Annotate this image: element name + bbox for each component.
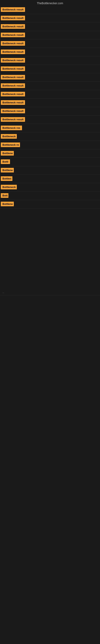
list-item: Bottlene [0,149,100,158]
list-item: Bottlene [0,200,100,208]
bottleneck-result-badge[interactable]: Bottleneck result [1,41,25,46]
list-item: Bottlen [0,175,100,183]
bottleneck-result-badge[interactable]: Bottleneck result [1,100,25,105]
bottleneck-result-badge[interactable]: Bottleneck result [1,117,25,122]
bottleneck-result-badge[interactable]: Bottleneck result [1,7,25,12]
bottleneck-result-badge[interactable]: Bottleneck result [1,66,25,71]
bottleneck-result-badge[interactable]: Bottleneck [1,134,17,139]
list-item: Bottleneck result [0,31,100,40]
site-title: TheBottlenecker.com [37,2,63,5]
list-item: Bottleneck result [0,14,100,22]
bottleneck-result-badge[interactable]: Bottleneck result [1,109,25,113]
list-item: Bottleneck result [0,107,100,116]
bottleneck-result-badge[interactable]: Bottlen [1,176,12,181]
bottleneck-result-badge[interactable]: Bottleneck result [1,50,25,54]
list-item: Bottleneck result [0,73,100,82]
bottleneck-result-badge[interactable]: Bottlene [1,168,14,172]
list-item: Bottleneck res [0,124,100,132]
list-item: Bottleneck [0,183,100,192]
list-item: Bottl [0,158,100,166]
list-item: Bottleneck result [0,56,100,65]
list-item: Bottleneck result [0,98,100,107]
list-item: Bottleneck result [0,40,100,48]
list-item: Bottleneck result [0,6,100,14]
list-item: Bottleneck result [0,22,100,31]
list-item: Bottleneck re [0,141,100,149]
bottleneck-result-badge[interactable]: Bottleneck result [1,92,25,96]
bottleneck-result-badge[interactable]: Bottleneck res [1,126,22,130]
bottleneck-result-badge[interactable]: Bottleneck re [1,142,20,147]
bottleneck-result-badge[interactable]: Bott [1,193,8,198]
site-header: TheBottlenecker.com [0,0,100,6]
list-item: Bott [0,192,100,200]
rows-container: Bottleneck resultBottleneck resultBottle… [0,6,100,208]
bottleneck-result-badge[interactable]: Bottleneck [1,185,17,190]
bottleneck-result-badge[interactable]: Bottleneck result [1,58,25,62]
ellipsis-text: ... [1,290,6,295]
list-item: Bottleneck [0,132,100,141]
list-item: Bottleneck result [0,116,100,124]
list-item: Bottleneck result [0,82,100,90]
bottleneck-result-badge[interactable]: Bottleneck result [1,32,25,37]
bottleneck-result-badge[interactable]: Bottleneck result [1,75,25,80]
list-item: Bottleneck result [0,65,100,73]
bottleneck-result-badge[interactable]: Bottlene [1,151,14,156]
list-item: Bottleneck result [0,90,100,98]
list-item: Bottlene [0,166,100,175]
bottleneck-result-badge[interactable]: Bottleneck result [1,24,25,29]
bottleneck-result-badge[interactable]: Bottlene [1,202,14,206]
list-item: Bottleneck result [0,48,100,56]
bottleneck-result-badge[interactable]: Bottleneck result [1,16,25,20]
bottleneck-result-badge[interactable]: Bottl [1,160,10,164]
bottleneck-result-badge[interactable]: Bottleneck result [1,83,25,88]
